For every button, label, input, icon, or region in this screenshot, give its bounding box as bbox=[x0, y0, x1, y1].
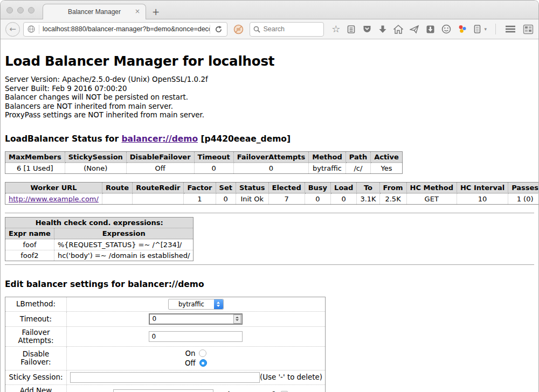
url-bar[interactable]: localhost:8880/balancer-manager?b=demo&n… bbox=[23, 22, 227, 37]
cell-path: /c/ bbox=[346, 163, 371, 173]
close-window-button[interactable] bbox=[6, 7, 13, 13]
column-header: RouteRedir bbox=[133, 183, 184, 193]
disable-failover-off-radio[interactable] bbox=[199, 359, 207, 367]
panel-download-icon[interactable] bbox=[426, 25, 435, 34]
radio-on-label: On bbox=[185, 349, 195, 358]
column-header: Worker URL bbox=[5, 183, 102, 193]
cell-load: 0 bbox=[331, 193, 357, 204]
cell-from: 2.5K bbox=[380, 193, 407, 204]
failover-attempts-input[interactable]: 0 bbox=[149, 331, 243, 342]
cell-timeout: 0 bbox=[195, 163, 234, 173]
cell-status: Init Ok bbox=[236, 193, 269, 204]
tab-close-icon[interactable]: × bbox=[135, 8, 140, 15]
balancer-settings-form: LBmethod: bytraffic Timeout: 0 bbox=[5, 297, 326, 392]
extension-colored-dots-icon[interactable] bbox=[458, 24, 467, 34]
site-identity-globe-icon[interactable] bbox=[24, 25, 39, 33]
cell-expr-name: foof bbox=[5, 239, 54, 250]
sticky-session-input[interactable] bbox=[70, 372, 260, 383]
server-version-line: Server Version: Apache/2.5.0-dev (Unix) … bbox=[5, 75, 534, 85]
timeout-label: Timeout: bbox=[5, 311, 67, 326]
titlebar: Balancer Manager × + bbox=[1, 1, 538, 19]
pocket-icon[interactable] bbox=[362, 24, 372, 34]
column-header: Path bbox=[346, 152, 371, 163]
downloads-icon[interactable] bbox=[378, 25, 387, 34]
table-row: foof2 hc('body') =~ /domain is establish… bbox=[5, 250, 193, 261]
cell-expr-name: foof2 bbox=[5, 250, 54, 261]
home-icon[interactable] bbox=[393, 25, 403, 34]
reload-icon[interactable] bbox=[210, 25, 227, 33]
column-header: MaxMembers bbox=[5, 152, 65, 163]
column-header: Timeout bbox=[195, 152, 234, 163]
cell-active: Yes bbox=[371, 163, 402, 173]
cell-route bbox=[102, 193, 133, 204]
toolbar-separator bbox=[495, 24, 496, 34]
new-tab-button[interactable]: + bbox=[152, 8, 160, 17]
column-header: FailoverAttempts bbox=[234, 152, 309, 163]
table-row: foof %{REQUEST_STATUS} =~ /^[234]/ bbox=[5, 239, 193, 250]
back-button[interactable]: ← bbox=[5, 22, 20, 37]
disable-failover-label: Disable Failover: bbox=[5, 346, 67, 370]
table-header-row: Worker URL Route RouteRedir Factor Set S… bbox=[5, 183, 539, 193]
chevron-down-icon[interactable]: ▾ bbox=[484, 26, 487, 32]
column-header: Busy bbox=[305, 183, 331, 193]
tab-title: Balancer Manager bbox=[68, 8, 121, 16]
column-header: Method bbox=[309, 152, 345, 163]
minimize-window-button[interactable] bbox=[17, 7, 24, 13]
health-check-table: Health check cond. expressions: Expr nam… bbox=[5, 217, 194, 261]
edit-settings-heading: Edit balancer settings for balancer://de… bbox=[5, 279, 534, 289]
worker-table: Worker URL Route RouteRedir Factor Set S… bbox=[5, 182, 539, 205]
page-content: Load Balancer Manager for localhost Serv… bbox=[1, 53, 538, 392]
server-info: Server Version: Apache/2.5.0-dev (Unix) … bbox=[5, 75, 534, 120]
sticky-session-label: Sticky Session: bbox=[5, 370, 67, 384]
select-stepper-icon bbox=[214, 299, 223, 309]
failover-attempts-label: Failover Attempts: bbox=[5, 326, 67, 346]
status-heading-prefix: LoadBalancer Status for bbox=[5, 134, 121, 144]
worker-url-link[interactable]: http://www.example.com/ bbox=[9, 195, 99, 203]
search-bar[interactable]: Search bbox=[250, 22, 324, 37]
timeout-input[interactable]: 0 bbox=[149, 313, 243, 325]
search-input[interactable]: Search bbox=[263, 25, 285, 33]
zoom-window-button[interactable] bbox=[28, 7, 34, 13]
worker-row: http://www.example.com/ 1 0 Init Ok 7 0 … bbox=[5, 193, 539, 204]
note-line: Balancers are NOT inherited from main se… bbox=[5, 102, 534, 111]
content-blocked-icon[interactable] bbox=[233, 24, 244, 34]
timeout-value: 0 bbox=[150, 315, 233, 323]
failover-attempts-value: 0 bbox=[151, 333, 156, 340]
cell-expression: %{REQUEST_STATUS} =~ /^[234]/ bbox=[54, 239, 194, 250]
disable-failover-on-radio[interactable] bbox=[199, 349, 206, 357]
note-line: Balancer changes will NOT be persisted o… bbox=[5, 93, 534, 102]
table-title-row: Health check cond. expressions: bbox=[5, 218, 193, 228]
cell-passes: 1 (0) bbox=[508, 193, 539, 204]
column-header: DisableFailover bbox=[127, 152, 195, 163]
column-header: Expression bbox=[54, 228, 194, 239]
tab-balancer-manager[interactable]: Balancer Manager × bbox=[43, 4, 146, 19]
navigation-toolbar: ← localhost:8880/balancer-manager?b=demo… bbox=[1, 19, 538, 39]
column-header: Passes bbox=[508, 183, 539, 193]
reading-list-icon[interactable] bbox=[347, 25, 356, 34]
column-header: Elected bbox=[269, 183, 305, 193]
divider bbox=[5, 213, 534, 214]
share-plane-icon[interactable] bbox=[410, 25, 419, 34]
lbmethod-label: LBmethod: bbox=[5, 297, 67, 311]
column-header: Route bbox=[102, 183, 133, 193]
cell-maxmembers: 6 [1 Used] bbox=[5, 163, 65, 173]
container-icon[interactable] bbox=[474, 24, 481, 34]
column-header: HC Interval bbox=[457, 183, 508, 193]
status-heading-suffix: [p4420eeae_demo] bbox=[198, 134, 291, 144]
balancer-demo-link[interactable]: balancer://demo bbox=[121, 134, 198, 144]
column-header: Expr name bbox=[5, 228, 54, 239]
number-spinner-icon[interactable] bbox=[233, 314, 241, 324]
add-worker-input[interactable] bbox=[113, 389, 213, 392]
hello-smiley-icon[interactable] bbox=[441, 24, 451, 34]
tab-groups-icon[interactable] bbox=[523, 24, 534, 34]
cell-method: bytraffic bbox=[309, 163, 345, 173]
menu-hamburger-icon[interactable] bbox=[505, 25, 516, 33]
cell-set: 0 bbox=[216, 193, 236, 204]
cell-stickysession: (None) bbox=[65, 163, 127, 173]
server-built-line: Server Built: Feb 9 2016 07:00:20 bbox=[5, 85, 534, 94]
note-line: ProxyPass settings are NOT inherited fro… bbox=[5, 111, 534, 120]
bookmark-star-icon[interactable]: ☆ bbox=[331, 24, 340, 34]
column-header: Active bbox=[371, 152, 402, 163]
column-header: StickySession bbox=[65, 152, 127, 163]
lbmethod-select[interactable]: bytraffic bbox=[168, 299, 224, 310]
